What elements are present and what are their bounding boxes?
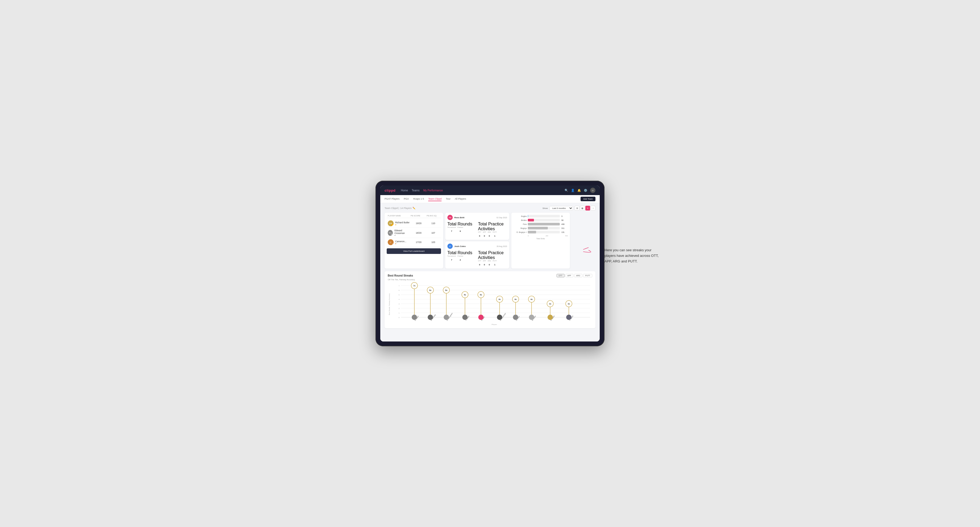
svg-point-62 xyxy=(478,314,484,320)
nav-home[interactable]: Home xyxy=(401,189,408,192)
axis-200: 200 xyxy=(546,235,548,237)
tab-pgat-players[interactable]: PGAT Players xyxy=(385,197,399,201)
bar-row-bogeys: Bogeys 311 xyxy=(514,227,568,229)
streaks-header: Best Round Streaks OTT APP ARG PUTT xyxy=(388,274,592,277)
subnav-tabs: PGAT Players PGA Hcaps 1-5 Team Clippd T… xyxy=(385,197,466,201)
streaks-filters: OTT APP ARG PUTT xyxy=(557,274,592,277)
card-player-header-2: JC Josh Coles xyxy=(447,243,466,249)
annotation-text: Here you can see streaks your players ha… xyxy=(605,248,663,264)
arg-val-1: 0 xyxy=(488,235,490,237)
filter-putt-button[interactable]: PUTT xyxy=(583,274,592,277)
table-row[interactable]: C 3 Cameron... ♥ 17/20 103 xyxy=(387,238,441,247)
player-info: EC 2 Edward Crossman ♥ xyxy=(388,229,410,237)
svg-text:5x: 5x xyxy=(464,294,466,296)
search-icon[interactable]: 🔍 xyxy=(565,189,568,192)
putt-val-2: 1 xyxy=(494,264,495,266)
pb-avg-1: 110 xyxy=(426,222,440,225)
tab-tour[interactable]: Tour xyxy=(446,197,450,201)
pb-score-1: 19/20 xyxy=(410,222,426,225)
user-avatar[interactable]: U xyxy=(590,187,595,193)
pb-avg-3: 103 xyxy=(426,241,440,243)
player-avatar-1: RB 1 xyxy=(388,221,394,226)
users-icon[interactable]: 👤 xyxy=(571,189,575,192)
ott-val-2: 0 xyxy=(479,264,480,266)
bar-label-eagles: Eagles xyxy=(514,215,527,217)
filter-arg-button[interactable]: ARG xyxy=(574,274,582,277)
bar-track-dbogeys xyxy=(528,231,560,233)
card-header-1: RB Rees Britt 02 Sep 2023 xyxy=(447,215,507,220)
arg-stat-1: ARG 0 xyxy=(488,231,491,238)
svg-point-61 xyxy=(462,314,468,320)
three-col-layout: PLAYER NAME PB SCORE PB AVG SQ RB 1 Rich… xyxy=(385,213,595,268)
bar-row-eagles: Eagles 3 xyxy=(514,215,568,217)
edit-icon[interactable]: ✏️ xyxy=(412,207,415,210)
activities-label-1: Total Practice Activities xyxy=(478,222,504,231)
add-team-button[interactable]: Add Team xyxy=(581,197,595,201)
practice-val-1: 6 xyxy=(460,230,461,232)
streaks-subtitle: Off The Tee, Fairway Accuracy xyxy=(388,278,592,281)
tab-all-players[interactable]: All Players xyxy=(455,197,466,201)
bar-label-birdies: Birdies xyxy=(514,219,527,221)
pb-avg-2: 107 xyxy=(426,232,440,234)
table-header: PLAYER NAME PB SCORE PB AVG SQ xyxy=(387,215,441,218)
filter-app-button[interactable]: APP xyxy=(565,274,573,277)
player-name-2: Edward Crossman xyxy=(395,229,410,235)
tab-pga[interactable]: PGA xyxy=(404,197,409,201)
grid-large-view-button[interactable]: ⊞ xyxy=(575,206,579,211)
time-filter-dropdown[interactable]: Last 3 months Last 6 months Last 12 mont… xyxy=(549,206,573,211)
bar-track-eagles xyxy=(528,215,560,217)
ott-stat-1: OTT 0 xyxy=(478,231,481,238)
card-stats-1: Total Rounds Tournament 7 Practice 6 xyxy=(447,222,507,238)
player-name-1: Richard Butler xyxy=(395,221,410,224)
view-leaderboard-button[interactable]: View Full Leaderboard xyxy=(387,248,441,254)
bar-fill-dbogeys xyxy=(528,231,536,233)
navbar-right: 🔍 👤 🔔 ⚙️ U xyxy=(565,187,595,193)
activities-group-1: Total Practice Activities OTT 0 APP 0 xyxy=(478,222,507,238)
tournament-stat-2: Tournament 7 xyxy=(447,255,456,262)
table-row[interactable]: RB 1 Richard Butler ♥ 19/20 110 xyxy=(387,219,441,228)
subtitle-main: Off The Tee xyxy=(388,278,398,281)
app-val-2: 0 xyxy=(484,264,485,266)
nav-my-performance[interactable]: My Performance xyxy=(423,189,442,192)
rounds-group-1: Total Rounds Tournament 7 Practice 6 xyxy=(447,222,476,238)
navbar: clippd Home Teams My Performance 🔍 👤 🔔 ⚙… xyxy=(380,186,600,195)
tab-team-clippd[interactable]: Team Clippd xyxy=(428,197,442,201)
settings-icon[interactable]: ⚙️ xyxy=(584,189,587,192)
bar-row-birdies: Birdies 96 xyxy=(514,219,568,221)
svg-text:7x: 7x xyxy=(413,285,415,287)
list-view-button[interactable]: ≡ xyxy=(585,206,590,211)
bar-label-dbogeys: D. Bogeys + xyxy=(514,231,527,233)
rank-badge-3: 3 xyxy=(391,243,394,245)
tournament-stat-1: Tournament 7 xyxy=(447,227,456,233)
svg-text:5x: 5x xyxy=(480,294,482,296)
pb-score-2: 18/20 xyxy=(410,232,426,234)
bar-value-birdies: 96 xyxy=(562,219,568,221)
rank-badge-1: 1 xyxy=(391,224,394,226)
bar-fill-eagles xyxy=(528,215,528,217)
player-info: RB 1 Richard Butler ♥ xyxy=(388,221,410,226)
player-cards-col: RB Rees Britt 02 Sep 2023 Total Rounds T… xyxy=(445,213,509,268)
main-content: Team Clippd | 14 Players ✏️ Show Last 3 … xyxy=(380,203,600,341)
sort-view-button[interactable]: ↕ xyxy=(591,206,595,211)
player-name-3: Cameron... xyxy=(395,240,406,243)
svg-text:7: 7 xyxy=(399,285,400,287)
nav-teams[interactable]: Teams xyxy=(412,189,419,192)
grid-small-view-button[interactable]: ▦ xyxy=(580,206,585,211)
bar-label-pars: Pars xyxy=(514,223,527,225)
bell-icon[interactable]: 🔔 xyxy=(578,189,581,192)
pb-score-3: 17/20 xyxy=(410,241,426,243)
card-avatar-1: RB xyxy=(447,215,453,220)
tab-hcaps[interactable]: Hcaps 1-5 xyxy=(413,197,424,201)
app-stat-2: APP 0 xyxy=(483,260,486,267)
card-stats-2: Total Rounds Tournament 7 Practice 2 xyxy=(447,251,507,267)
card-player-name-2: Josh Coles xyxy=(454,245,466,248)
team-header: Team Clippd | 14 Players ✏️ Show Last 3 … xyxy=(385,206,595,211)
table-row[interactable]: EC 2 Edward Crossman ♥ 18/20 107 xyxy=(387,228,441,238)
bar-fill-bogeys xyxy=(528,227,548,229)
streaks-title: Best Round Streaks xyxy=(388,274,413,277)
rank-badge-2: 2 xyxy=(390,233,393,236)
bar-chart-card: Eagles 3 Birdies 96 xyxy=(511,213,570,268)
svg-point-60 xyxy=(444,314,449,320)
dot-chart-wrapper: Best Streak, Fairway Accuracy 7 6 5 xyxy=(388,283,592,325)
filter-ott-button[interactable]: OTT xyxy=(557,274,565,277)
